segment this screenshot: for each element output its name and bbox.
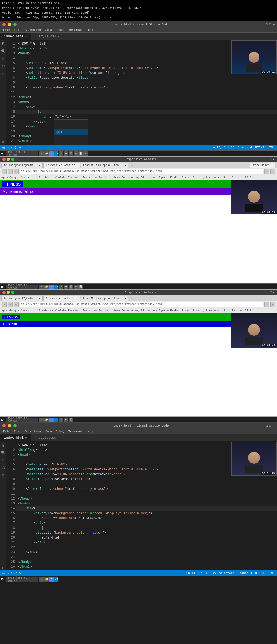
bookmark-facebook-1[interactable]: Facebook xyxy=(68,176,81,179)
autocomplete-item-ie[interactable]: ⬡ ie xyxy=(54,129,88,135)
browser-minimize-icon-1[interactable]: _ xyxy=(267,158,269,161)
bookmark-youtube-2[interactable]: YouTube xyxy=(55,309,66,312)
tab-close-index-1[interactable]: ✕ xyxy=(25,35,27,38)
windows-logo-4[interactable]: ⊞ xyxy=(1,577,3,582)
taskbar-icon-chrome-4[interactable]: G xyxy=(49,577,54,582)
browser-tab-close-land-1[interactable]: ✕ xyxy=(125,164,126,167)
url-bar-1[interactable]: file:///C:/Users/Telmo%20Sampaio/Documen… xyxy=(20,169,263,174)
new-tab-btn-2[interactable]: + xyxy=(129,296,134,301)
browser-tab-close-email-1[interactable]: ✕ xyxy=(39,164,40,167)
taskbar-icon-mail-3[interactable]: ✉ xyxy=(59,418,63,422)
menu-help-3[interactable]: Help xyxy=(85,429,95,434)
taskbar-icon-edge-2[interactable]: e xyxy=(39,285,44,289)
browser-min-1[interactable] xyxy=(7,158,10,161)
browser-tab-close-land-2[interactable]: ✕ xyxy=(125,297,126,300)
browser-tab-close-responsive-1[interactable]: ✕ xyxy=(76,164,77,167)
forward-btn-1[interactable]: → xyxy=(8,169,13,174)
browser-maximize-icon-1[interactable]: □ xyxy=(270,158,272,161)
menu-debug-3[interactable]: Debug xyxy=(54,429,66,434)
git-icon-3[interactable]: ⑂ xyxy=(1,458,6,463)
bookmark-codeacademy-2[interactable]: Codeacademy xyxy=(121,309,139,312)
taskbar-icon-note[interactable]: 📝 xyxy=(78,151,83,156)
taskbar-icon-folder[interactable]: 📁 xyxy=(44,151,49,156)
search-icon-3[interactable]: 🔍 xyxy=(1,450,6,455)
bookmark-facebook-2[interactable]: Facebook xyxy=(68,309,81,312)
browser-close-icon-2[interactable]: ✕ xyxy=(273,291,275,294)
taskbar-icon-chrome-3[interactable]: G xyxy=(49,418,54,422)
bookmark-apps-1[interactable]: Apps xyxy=(1,176,8,179)
taskbar-icon-folder-3[interactable]: 📁 xyxy=(44,418,49,422)
settings-icon[interactable]: ⋯ xyxy=(273,23,275,26)
gear-icon-3[interactable]: ⚙ xyxy=(1,566,6,570)
bookmark-youtube-1[interactable]: YouTube xyxy=(55,176,66,179)
tab-index-html-1[interactable]: index.html ✕ xyxy=(0,33,31,40)
menu-selection-3[interactable]: Selection xyxy=(23,429,42,434)
search-icon[interactable]: 🔍 xyxy=(1,49,6,54)
windows-logo-3[interactable]: ⊞ xyxy=(1,417,3,422)
menu-selection-1[interactable]: Selection xyxy=(23,28,42,32)
bookmark-slideshare-2[interactable]: Slideshare xyxy=(141,309,157,312)
browser-tab-email-2[interactable]: telmocaypos17@hotm... ✕ xyxy=(1,296,43,301)
bookmark-royalty-1[interactable]: Royalty free music t... xyxy=(193,176,230,179)
browser-close-1[interactable] xyxy=(2,158,6,161)
taskbar-icon-img-2[interactable]: 🖼 xyxy=(69,285,73,289)
tab-style-css-3[interactable]: # style.css ✕ xyxy=(31,434,63,441)
windows-logo-1[interactable]: ⊞ xyxy=(1,151,3,156)
taskbar-search-4[interactable]: Type here to search xyxy=(6,577,38,582)
bookmark-twitter-1[interactable]: Twitter xyxy=(99,176,110,179)
browser-tab-close-responsive-2[interactable]: ✕ xyxy=(76,297,77,300)
max-btn-1[interactable] xyxy=(13,23,17,26)
bookmark-royalty-2[interactable]: Royalty free music t... xyxy=(193,309,230,312)
bookmark-painter-1[interactable]: Painter 2018 xyxy=(232,176,251,179)
taskbar-icon-calc[interactable]: # xyxy=(74,151,78,156)
taskbar-icon-folder-2[interactable]: 📁 xyxy=(44,285,49,289)
gear-icon[interactable]: ⚙ xyxy=(1,140,6,145)
taskbar-icon-edge-3[interactable]: e xyxy=(39,418,44,422)
taskbar-icon-mail-2[interactable]: ✉ xyxy=(59,285,63,289)
browser-minimize-icon-2[interactable]: _ xyxy=(267,291,269,294)
browser-tab-land-2[interactable]: Land Multipurpose (tem... ✕ xyxy=(81,296,128,301)
tab-close-index-3[interactable]: ✕ xyxy=(25,436,27,440)
close-btn-3[interactable] xyxy=(2,424,6,427)
menu-edit-3[interactable]: Edit xyxy=(12,429,22,434)
bookmark-google-1[interactable]: Google xyxy=(9,176,19,179)
tab-style-css-1[interactable]: # style.css ✕ xyxy=(31,33,63,40)
menu-edit-1[interactable]: Edit xyxy=(12,28,22,32)
taskbar-icon-chrome-2[interactable]: G xyxy=(49,285,54,289)
taskbar-icon-img[interactable]: 🖼 xyxy=(69,151,73,156)
bookmark-codeacademy-1[interactable]: Codeacademy xyxy=(121,176,139,179)
bookmark-ignite-2[interactable]: Ignite xyxy=(159,309,169,312)
back-btn-1[interactable]: ← xyxy=(2,169,7,174)
taskbar-search-1[interactable]: Type here to search xyxy=(6,151,38,156)
split-icon[interactable]: ⧉ xyxy=(266,23,268,26)
browser-min-2[interactable] xyxy=(7,291,10,294)
tab-close-style-3[interactable]: ✕ xyxy=(58,436,59,440)
taskbar-icon-media-2[interactable]: ▶ xyxy=(64,285,68,289)
browser-close-icon-1[interactable]: ✕ xyxy=(273,158,275,161)
taskbar-icon-edge-4[interactable]: e xyxy=(39,577,44,582)
bookmark-treehouse-2[interactable]: Treehouse xyxy=(39,309,53,312)
taskbar-icon-edge[interactable]: e xyxy=(39,151,44,156)
url-bar-2[interactable]: file:///C:/Users/Telmo%20Sampaio/Documen… xyxy=(20,302,263,307)
browser-maximize-icon-2[interactable]: □ xyxy=(270,291,272,294)
bookmark-treehouse-1[interactable]: Treehouse xyxy=(39,176,53,179)
menu-view-1[interactable]: View xyxy=(43,28,53,32)
close-btn-1[interactable] xyxy=(2,23,6,26)
taskbar-icon-vscode[interactable]: VS xyxy=(54,151,58,156)
browser-close-2[interactable] xyxy=(2,291,6,294)
git-icon[interactable]: ⑂ xyxy=(1,57,6,61)
maximize-icon[interactable]: □ xyxy=(269,23,271,26)
taskbar-icon-calc-2[interactable]: # xyxy=(74,285,78,289)
taskbar-icon-img-3[interactable]: 🖼 xyxy=(69,418,73,422)
debug-icon-3[interactable]: ⬡ xyxy=(1,465,6,470)
menu-debug-1[interactable]: Debug xyxy=(54,28,66,32)
taskbar-icon-media-3[interactable]: ▶ xyxy=(64,418,68,422)
maximize-icon-3[interactable]: □ xyxy=(269,424,271,428)
taskbar-search-2[interactable]: Type here to search xyxy=(6,285,38,289)
bookmark-fiverr-2[interactable]: Fiverr xyxy=(182,309,191,312)
max-btn-3[interactable] xyxy=(13,424,17,427)
browser-max-2[interactable] xyxy=(11,291,14,294)
taskbar-icon-media[interactable]: ▶ xyxy=(64,151,68,156)
tab-close-style-1[interactable]: ✕ xyxy=(58,35,59,38)
menu-btn-1[interactable]: ⋯ xyxy=(270,169,275,174)
